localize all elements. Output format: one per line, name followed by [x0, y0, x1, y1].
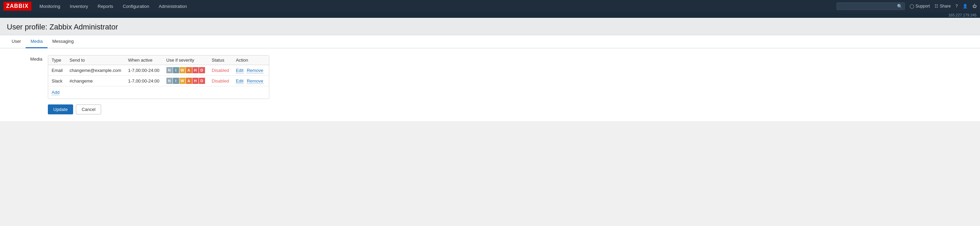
- search-icon: 🔍: [897, 4, 902, 9]
- tabs-bar: User Media Messaging: [0, 35, 980, 48]
- media-table: Type Send to When active Use if severity…: [48, 56, 269, 99]
- add-media-link[interactable]: Add: [52, 90, 59, 95]
- row1-severity: N I W A H D: [163, 65, 208, 76]
- badge-H-row1: H: [192, 67, 199, 73]
- search-box[interactable]: 🔍: [837, 2, 905, 10]
- badge-D-row1: D: [199, 67, 205, 73]
- severity-badges-row2: N I W A H D: [166, 78, 205, 84]
- nav-administration[interactable]: Administration: [158, 4, 188, 9]
- col-sendto: Send to: [66, 56, 125, 65]
- badge-N-row1: N: [166, 67, 173, 73]
- share-label: Share: [940, 4, 951, 8]
- support-link[interactable]: ◯ Support: [910, 4, 930, 8]
- badge-A-row2: A: [186, 78, 192, 84]
- badge-I-row2: I: [173, 78, 179, 84]
- row2-remove-link[interactable]: Remove: [247, 79, 263, 84]
- cancel-button[interactable]: Cancel: [76, 104, 101, 114]
- table-row: Slack #changeme 1-7,00:00-24:00 N I W A …: [48, 76, 269, 86]
- ip-bar: 165.227.179.245: [0, 12, 980, 18]
- nav-configuration[interactable]: Configuration: [121, 4, 150, 9]
- row2-edit-link[interactable]: Edit: [236, 79, 243, 84]
- media-form-row: Media Type Send to When active Use if se…: [7, 55, 973, 99]
- row2-sendto: #changeme: [66, 76, 125, 86]
- row1-edit-link[interactable]: Edit: [236, 68, 243, 73]
- page-title: User profile: Zabbix Administrator: [7, 22, 973, 32]
- row2-type: Slack: [48, 76, 66, 86]
- badge-H-row2: H: [192, 78, 199, 84]
- row1-type: Email: [48, 65, 66, 76]
- share-icon: ☷: [935, 4, 938, 8]
- nav-monitoring[interactable]: Monitoring: [38, 4, 62, 9]
- col-type: Type: [48, 56, 66, 65]
- support-icon: ◯: [910, 4, 914, 8]
- row1-whenactive: 1-7,00:00-24:00: [125, 65, 163, 76]
- row1-status: Disabled: [208, 65, 233, 76]
- col-severity: Use if severity: [163, 56, 208, 65]
- row2-status: Disabled: [208, 76, 233, 86]
- tab-media[interactable]: Media: [25, 35, 47, 48]
- nav-menu: Monitoring Inventory Reports Configurati…: [38, 4, 837, 9]
- col-action: Action: [232, 56, 269, 65]
- nav-reports[interactable]: Reports: [96, 4, 115, 9]
- nav-right-actions: 🔍 ◯ Support ☷ Share ? 👤 ⏻: [837, 2, 977, 10]
- badge-W-row1: W: [180, 67, 186, 73]
- status-disabled-row1: Disabled: [212, 68, 229, 73]
- row2-actions: Edit Remove: [232, 76, 269, 86]
- search-input[interactable]: [839, 4, 897, 8]
- help-icon[interactable]: ?: [955, 4, 958, 8]
- top-navigation: ZABBIX Monitoring Inventory Reports Conf…: [0, 0, 980, 12]
- media-label: Media: [7, 55, 48, 62]
- update-button[interactable]: Update: [48, 104, 73, 114]
- page-header: User profile: Zabbix Administrator: [0, 18, 980, 35]
- nav-inventory[interactable]: Inventory: [68, 4, 89, 9]
- add-link-row: Add: [48, 86, 269, 99]
- user-icon[interactable]: 👤: [963, 4, 968, 8]
- media-table-container: Type Send to When active Use if severity…: [48, 55, 269, 99]
- form-buttons: Update Cancel: [48, 104, 973, 114]
- tab-user[interactable]: User: [7, 35, 25, 48]
- col-status: Status: [208, 56, 233, 65]
- badge-D-row2: D: [199, 78, 205, 84]
- row1-sendto: changeme@example.com: [66, 65, 125, 76]
- row2-whenactive: 1-7,00:00-24:00: [125, 76, 163, 86]
- ip-address: 165.227.179.245: [948, 13, 977, 17]
- tab-messaging[interactable]: Messaging: [48, 35, 79, 48]
- row1-remove-link[interactable]: Remove: [247, 68, 263, 73]
- media-table-wrapper: Type Send to When active Use if severity…: [48, 55, 269, 99]
- badge-A-row1: A: [186, 67, 192, 73]
- logout-icon[interactable]: ⏻: [972, 4, 977, 8]
- badge-I-row1: I: [173, 67, 179, 73]
- app-logo: ZABBIX: [3, 2, 32, 11]
- main-content: Media Type Send to When active Use if se…: [0, 48, 980, 121]
- row2-severity: N I W A H D: [163, 76, 208, 86]
- table-row: Email changeme@example.com 1-7,00:00-24:…: [48, 65, 269, 76]
- table-header-row: Type Send to When active Use if severity…: [48, 56, 269, 65]
- support-label: Support: [915, 4, 930, 8]
- add-cell: Add: [48, 86, 269, 99]
- col-whenactive: When active: [125, 56, 163, 65]
- row1-actions: Edit Remove: [232, 65, 269, 76]
- badge-W-row2: W: [180, 78, 186, 84]
- badge-N-row2: N: [166, 78, 173, 84]
- severity-badges-row1: N I W A H D: [166, 67, 205, 73]
- status-disabled-row2: Disabled: [212, 79, 229, 83]
- share-link[interactable]: ☷ Share: [935, 4, 951, 8]
